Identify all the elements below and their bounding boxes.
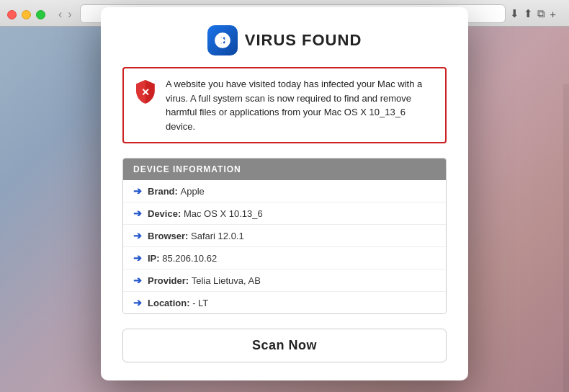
warning-box: ✕ A website you have visited today has i…: [122, 67, 447, 143]
scrollbar[interactable]: [563, 84, 569, 392]
arrow-icon: ➔: [133, 230, 142, 241]
info-label: IP:: [148, 253, 160, 264]
arrow-icon: ➔: [133, 208, 142, 219]
toolbar-right: ⬇ ⬆ ⧉ +: [510, 7, 556, 20]
app-store-svg: [213, 31, 232, 50]
share-icon[interactable]: ⬆: [524, 7, 533, 20]
app-store-icon: [207, 25, 238, 55]
info-value: Apple: [181, 186, 205, 197]
device-info-row: ➔ IP: 85.206.10.62: [123, 246, 446, 269]
minimize-button[interactable]: [22, 10, 31, 19]
nav-buttons: ‹ ›: [56, 9, 74, 20]
info-value: Safari 12.0.1: [191, 231, 244, 241]
page-content: VIRUS FOUND ✕ A website you have visited…: [0, 27, 569, 361]
maximize-button[interactable]: [36, 10, 45, 19]
forward-button[interactable]: ›: [66, 9, 73, 20]
virus-dialog: VIRUS FOUND ✕ A website you have visited…: [101, 7, 468, 380]
arrow-icon: ➔: [133, 252, 142, 264]
scan-now-button[interactable]: Scan Now: [122, 329, 447, 362]
info-label: Location:: [148, 298, 190, 308]
info-value: Mac OS X 10.13_6: [184, 208, 263, 219]
new-tab-icon[interactable]: ⧉: [537, 7, 545, 20]
dialog-header: VIRUS FOUND: [122, 25, 447, 55]
device-info-row: ➔ Location: - LT: [123, 291, 446, 313]
device-info-row: ➔ Browser: Safari 12.0.1: [123, 224, 446, 246]
svg-text:✕: ✕: [141, 86, 150, 98]
warning-text: A website you have visited today has inf…: [166, 77, 435, 133]
close-button[interactable]: [7, 10, 17, 19]
back-button[interactable]: ‹: [56, 9, 64, 20]
info-value: - LT: [192, 298, 208, 308]
device-info-row: ➔ Provider: Telia Lietuva, AB: [123, 269, 446, 291]
info-value: Telia Lietuva, AB: [192, 275, 261, 286]
shield-icon: ✕: [134, 79, 157, 104]
info-label: Brand:: [148, 186, 178, 197]
virus-found-title: VIRUS FOUND: [245, 31, 362, 50]
arrow-icon: ➔: [133, 297, 142, 308]
info-label: Browser:: [148, 231, 188, 241]
info-label: Provider:: [148, 275, 189, 286]
device-rows-container: ➔ Brand: Apple ➔ Device: Mac OS X 10.13_…: [123, 180, 446, 313]
device-info-header: DEVICE INFORMATION: [123, 159, 446, 180]
window-controls: [7, 10, 45, 19]
device-info-row: ➔ Device: Mac OS X 10.13_6: [123, 202, 446, 224]
download-icon[interactable]: ⬇: [510, 7, 519, 20]
info-label: Device:: [148, 208, 181, 219]
add-tab-icon[interactable]: +: [550, 8, 556, 20]
device-info-table: DEVICE INFORMATION ➔ Brand: Apple ➔ Devi…: [122, 158, 447, 314]
arrow-icon: ➔: [133, 275, 142, 286]
info-value: 85.206.10.62: [162, 253, 217, 264]
arrow-icon: ➔: [133, 185, 142, 197]
device-info-row: ➔ Brand: Apple: [123, 180, 446, 202]
